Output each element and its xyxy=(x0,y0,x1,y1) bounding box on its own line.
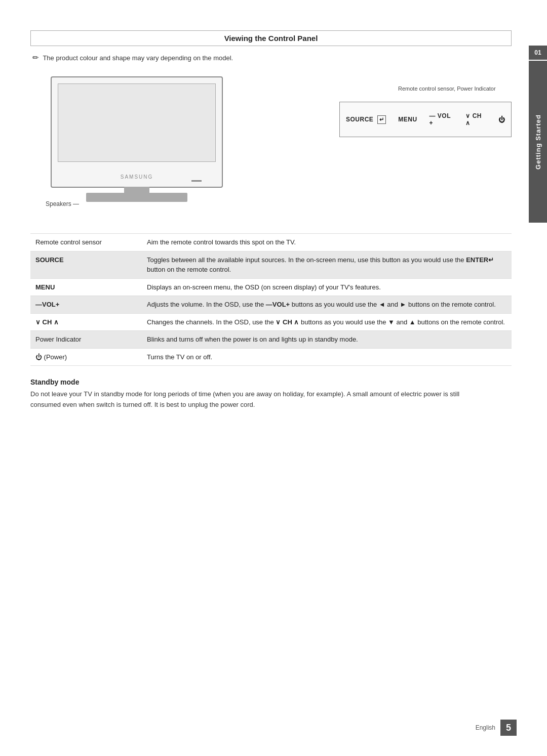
table-cell-description: Turns the TV on or off. xyxy=(142,348,512,366)
table-cell-description: Blinks and turns off when the power is o… xyxy=(142,331,512,349)
table-row: —VOL+Adjusts the volume. In the OSD, use… xyxy=(30,296,512,314)
side-tab-label: Getting Started xyxy=(534,114,542,170)
standby-text: Do not leave your TV in standby mode for… xyxy=(30,389,466,410)
tv-outer: SAMSUNG xyxy=(51,76,223,188)
table-row: Remote control sensorAim the remote cont… xyxy=(30,234,512,251)
ch-button-label: ∨ CH ∧ xyxy=(465,112,486,127)
speakers-label: Speakers — xyxy=(46,200,79,207)
standby-title: Standby mode xyxy=(30,378,512,386)
table-cell-description: Changes the channels. In the OSD, use th… xyxy=(142,313,512,331)
vol-button-label: — VOL + xyxy=(429,112,453,127)
table-cell-description: Aim the remote control towards this spot… xyxy=(142,234,512,251)
table-cell-label: —VOL+ xyxy=(30,296,142,314)
table-row: ⏻ (Power)Turns the TV on or off. xyxy=(30,348,512,366)
footer: English 5 xyxy=(476,720,517,736)
control-panel-callout: SOURCE ↵ MENU — VOL + ∨ CH ∧ ⏻ xyxy=(339,102,512,137)
footer-page-number: 5 xyxy=(500,720,517,736)
table-cell-label: MENU xyxy=(30,278,142,296)
tv-brand: SAMSUNG xyxy=(121,174,153,180)
table-cell-label: ⏻ (Power) xyxy=(30,348,142,366)
table-row: MENUDisplays an on-screen menu, the OSD … xyxy=(30,278,512,296)
diagram-area: SAMSUNG Speakers — Remote control sensor… xyxy=(30,71,512,223)
table-cell-label: Remote control sensor xyxy=(30,234,142,251)
menu-button-label: MENU xyxy=(398,116,417,123)
tv-screen xyxy=(58,83,216,162)
table-cell-description: Displays an on-screen menu, the OSD (on … xyxy=(142,278,512,296)
table-cell-description: Toggles between all the available input … xyxy=(142,251,512,278)
source-button-label: SOURCE xyxy=(346,116,373,123)
control-panel-table: Remote control sensorAim the remote cont… xyxy=(30,233,512,366)
table-cell-label: ∨ CH ∧ xyxy=(30,313,142,331)
section-title-box: Viewing the Control Panel xyxy=(30,30,512,46)
table-row: Power IndicatorBlinks and turns off when… xyxy=(30,331,512,349)
tv-stand-base xyxy=(86,193,187,202)
table-cell-label: SOURCE xyxy=(30,251,142,278)
note-text: The product colour and shape may vary de… xyxy=(43,54,233,62)
note-icon: ✏ xyxy=(32,53,39,62)
table-cell-description: Adjusts the volume. In the OSD, use the … xyxy=(142,296,512,314)
standby-section: Standby mode Do not leave your TV in sta… xyxy=(30,378,512,410)
tv-line xyxy=(191,180,202,182)
table-row: ∨ CH ∧Changes the channels. In the OSD, … xyxy=(30,313,512,331)
table-cell-label: Power Indicator xyxy=(30,331,142,349)
main-content: Viewing the Control Panel ✏ The product … xyxy=(30,30,512,410)
footer-language: English xyxy=(476,724,495,731)
remote-sensor-label: Remote control sensor, Power Indicator xyxy=(398,86,510,92)
note-line: ✏ The product colour and shape may vary … xyxy=(30,53,512,62)
tv-illustration: SAMSUNG xyxy=(30,71,243,213)
source-icon: ↵ xyxy=(377,115,386,124)
table-row: SOURCEToggles between all the available … xyxy=(30,251,512,278)
power-button-symbol: ⏻ xyxy=(498,116,505,123)
side-tab: Getting Started xyxy=(529,61,547,223)
side-tab-number: 01 xyxy=(529,46,547,60)
section-title: Viewing the Control Panel xyxy=(224,34,318,43)
